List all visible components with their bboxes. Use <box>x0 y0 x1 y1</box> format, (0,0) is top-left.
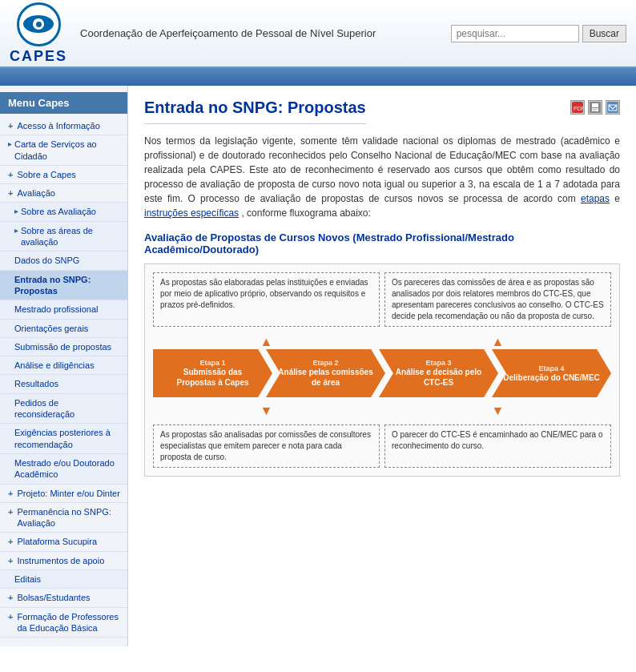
sidebar-item-label: Sobre as Avaliação <box>21 206 96 217</box>
sidebar-item-instrumentos[interactable]: + Instrumentos de apoio <box>0 552 127 570</box>
sidebar-item-permanencia[interactable]: + Permanência no SNPG: Avaliação <box>0 503 127 533</box>
sidebar-item-submissao[interactable]: Submissão de propostas <box>0 338 127 356</box>
sidebar-item-label: Entrada no SNPG: Propostas <box>14 274 121 297</box>
sidebar-item-sobre[interactable]: + Sobre a Capes <box>0 166 127 184</box>
sidebar-item-dados-snpg[interactable]: Dados do SNPG <box>0 251 127 270</box>
plus-icon: + <box>8 536 13 547</box>
logo-area: CAPES <box>10 2 67 65</box>
arrow-icon: ▸ <box>8 139 12 149</box>
header: CAPES Coordenação de Aperfeiçoamento de … <box>0 0 636 68</box>
search-area: Buscar <box>451 25 626 42</box>
intro-text: Nos termos da legislação vigente, soment… <box>144 134 620 220</box>
instrucoes-link[interactable]: instruções específicas <box>144 207 239 219</box>
content-area: Entrada no SNPG: Propostas PDF Nos termo… <box>128 86 636 646</box>
sidebar-item-label: Editais <box>14 573 41 585</box>
sidebar-item-entrada-snpg[interactable]: Entrada no SNPG: Propostas <box>0 271 127 301</box>
up-arrow-left: ▲ <box>153 335 380 349</box>
sidebar-item-sobre-areas[interactable]: ▸ Sobre as áreas de avaliação <box>0 222 127 252</box>
sidebar-title: Menu Capes <box>0 92 127 114</box>
sidebar-item-label: Acesso à Informação <box>17 120 99 131</box>
sidebar-item-label: Plataforma Sucupira <box>17 536 97 547</box>
nav-bar <box>0 68 636 86</box>
flow-step-4: Etapa 4 Deliberação do CNE/MEC <box>492 349 611 397</box>
logo-icon <box>17 2 61 46</box>
svg-rect-3 <box>592 103 598 107</box>
bottom-note-right: O parecer do CTC-ES é encaminhado ao CNE… <box>384 425 611 468</box>
plus-icon: + <box>8 592 13 603</box>
sidebar-item-label: Bolsas/Estudantes <box>17 592 90 603</box>
sidebar-item-label: Resultados <box>14 378 58 389</box>
flowchart: As propostas são elaboradas pelas instit… <box>144 264 620 477</box>
search-input[interactable] <box>451 25 579 42</box>
flowchart-top-notes: As propostas são elaboradas pelas instit… <box>153 272 611 327</box>
arrow-icon: ▸ <box>14 225 18 235</box>
logo-eye-icon <box>23 15 54 33</box>
plus-icon: + <box>8 120 13 131</box>
plus-icon: + <box>8 555 13 566</box>
sidebar-item-pedidos[interactable]: Pedidos de reconsideração <box>0 394 127 425</box>
sidebar-item-label: Mestrado profissional <box>14 304 99 315</box>
sidebar-item-avaliacao[interactable]: + Avaliação <box>0 184 127 203</box>
plus-icon: + <box>8 611 13 622</box>
sidebar-item-analise[interactable]: Análise e diligências <box>0 356 127 375</box>
main-layout: Menu Capes + Acesso à Informação ▸ Carta… <box>0 86 636 646</box>
sidebar-item-label: Análise e diligências <box>14 360 95 371</box>
flowchart-subtitle: Avaliação de Propostas de Cursos Novos (… <box>144 231 620 256</box>
search-button[interactable]: Buscar <box>582 25 626 42</box>
svg-text:PDF: PDF <box>574 106 583 111</box>
sidebar-item-label: Sobre as áreas de avaliação <box>21 225 121 248</box>
sidebar-item-mestrado-prof[interactable]: Mestrado profissional <box>0 300 127 319</box>
flowchart-bottom-notes: As propostas são analisadas por comissõe… <box>153 425 611 468</box>
logo-text: CAPES <box>10 48 67 65</box>
sidebar-item-projeto-minter[interactable]: + Projeto: Minter e/ou Dinter <box>0 485 127 503</box>
svg-rect-5 <box>593 109 598 110</box>
plus-icon: + <box>8 169 13 180</box>
sidebar-item-acesso[interactable]: + Acesso à Informação <box>0 117 127 135</box>
sidebar-item-label: Submissão de propostas <box>14 341 111 352</box>
sidebar-item-label: Formação de Professores da Educação Bási… <box>17 611 121 634</box>
page-title: Entrada no SNPG: Propostas <box>144 99 366 124</box>
sidebar-item-label: Dados do SNPG <box>14 255 79 266</box>
flow-step-1: Etapa 1 Submissão das Propostas à Capes <box>153 349 272 397</box>
sidebar-item-label: Sobre a Capes <box>17 169 75 180</box>
plus-icon: + <box>8 506 13 517</box>
sidebar: Menu Capes + Acesso à Informação ▸ Carta… <box>0 86 128 646</box>
sidebar-item-label: Orientações gerais <box>14 323 88 334</box>
sidebar-item-label: Avaliação <box>17 187 55 199</box>
email-icon[interactable] <box>606 100 620 115</box>
sidebar-item-label: Projeto: Minter e/ou Dinter <box>17 488 119 499</box>
sidebar-item-label: Permanência no SNPG: Avaliação <box>17 506 121 529</box>
etapas-link[interactable]: etapas <box>581 193 610 204</box>
sidebar-item-label: Exigências posteriores à recomendação <box>14 427 121 450</box>
sidebar-item-label: Carta de Serviços ao Cidadão <box>14 139 121 162</box>
bottom-note-left: As propostas são analisadas por comissõe… <box>153 425 380 468</box>
pdf-icon[interactable]: PDF <box>570 100 585 115</box>
arrow-icon: ▸ <box>14 206 18 216</box>
down-arrow-right: ▼ <box>384 404 611 418</box>
flow-step-3: Etapa 3 Análise e decisão pelo CTC-ES <box>379 349 498 397</box>
sidebar-item-label: Mestrado e/ou Doutorado Acadêmico <box>14 457 121 481</box>
sidebar-item-plataforma[interactable]: + Plataforma Sucupira <box>0 533 127 551</box>
header-title: Coordenação de Aperfeiçoamento de Pessoa… <box>80 27 451 39</box>
sidebar-item-bolsas[interactable]: + Bolsas/Estudantes <box>0 589 127 607</box>
top-note-left: As propostas são elaboradas pelas instit… <box>153 272 380 327</box>
sidebar-item-mestrado-dout[interactable]: Mestrado e/ou Doutorado Acadêmico <box>0 454 127 485</box>
sidebar-item-formacao[interactable]: + Formação de Professores da Educação Bá… <box>0 608 127 638</box>
svg-rect-6 <box>593 111 596 111</box>
sidebar-item-exigencias[interactable]: Exigências posteriores à recomendação <box>0 424 127 454</box>
down-arrow-left: ▼ <box>153 404 380 418</box>
sidebar-item-orientacoes[interactable]: Orientações gerais <box>0 320 127 338</box>
top-note-right: Os pareceres das comissões de área e as … <box>384 272 611 327</box>
flow-step-2: Etapa 2 Análise pelas comissões de área <box>266 349 385 397</box>
sidebar-item-editais[interactable]: Editais <box>0 570 127 589</box>
sidebar-item-sobre-avaliacao[interactable]: ▸ Sobre as Avaliação <box>0 203 127 221</box>
sidebar-item-label: Pedidos de reconsideração <box>14 397 121 421</box>
print-icon[interactable] <box>588 100 602 115</box>
sidebar-item-resultados[interactable]: Resultados <box>0 375 127 393</box>
content-icons: PDF <box>570 100 620 115</box>
sidebar-item-label: Instrumentos de apoio <box>17 555 104 566</box>
plus-icon: + <box>8 488 13 499</box>
flowchart-steps: Etapa 1 Submissão das Propostas à Capes … <box>153 349 611 397</box>
up-arrow-right: ▲ <box>384 335 611 349</box>
sidebar-item-carta[interactable]: ▸ Carta de Serviços ao Cidadão <box>0 135 127 166</box>
